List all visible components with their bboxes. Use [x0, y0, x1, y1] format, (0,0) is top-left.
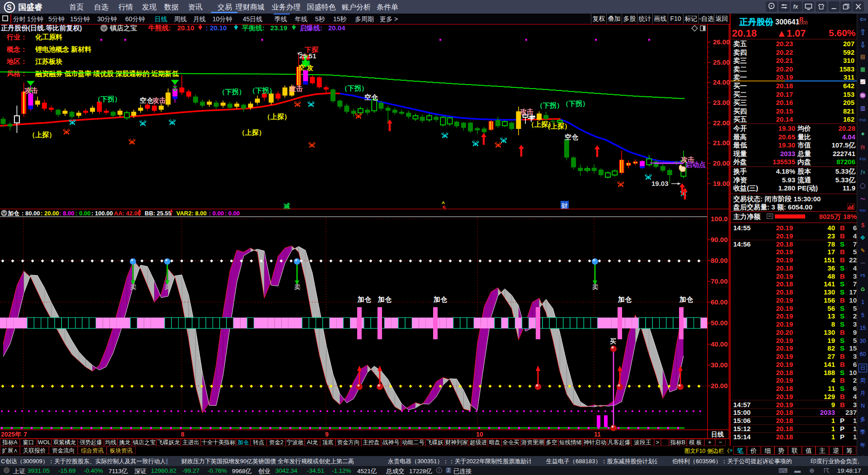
svg-text:19.00: 19.00: [713, 180, 730, 187]
svg-text:20.04: 20.04: [328, 24, 345, 32]
svg-text:20.10: 20.10: [177, 24, 194, 32]
svg-text:卖: 卖: [592, 283, 599, 290]
svg-text:VAR2: 8.00: VAR2: 8.00: [176, 210, 207, 217]
svg-text:AA: 42.06: AA: 42.06: [114, 210, 141, 217]
svg-text:锂电池概念 新材料: 锂电池概念 新材料: [35, 45, 91, 53]
svg-text:25.00: 25.00: [713, 58, 730, 66]
svg-text:: 8.00: : 8.00: [59, 210, 74, 217]
svg-text:20.00: 20.00: [713, 159, 730, 167]
svg-text:23.19: 23.19: [270, 24, 288, 32]
svg-text:8: 8: [181, 431, 184, 438]
svg-text:化工原料: 化工原料: [35, 33, 62, 41]
svg-text:100.0: 100.0: [711, 215, 728, 223]
svg-text:加仓: 加仓: [377, 295, 392, 303]
svg-text:23.00: 23.00: [713, 99, 730, 106]
svg-text:地区：: 地区：: [6, 57, 27, 65]
svg-text:2025年: 2025年: [1, 431, 21, 438]
svg-text:40.00: 40.00: [711, 340, 728, 348]
svg-text:（上探）: （上探）: [264, 113, 291, 121]
svg-text:空仓: 空仓: [140, 96, 154, 104]
svg-text:26.00: 26.00: [713, 38, 730, 46]
svg-text:21.00: 21.00: [713, 139, 730, 147]
svg-text:22.00: 22.00: [713, 119, 730, 127]
svg-text:9: 9: [325, 431, 329, 438]
svg-text:加仓: 加仓: [433, 295, 448, 303]
svg-text:（下拐）: （下拐）: [562, 100, 589, 108]
svg-text:加仓: 加仓: [618, 295, 632, 303]
svg-text:19.03: 19.03: [651, 180, 669, 187]
svg-text:攻击: 攻击: [519, 108, 533, 115]
svg-text:平衡线:: 平衡线:: [242, 24, 264, 32]
svg-text:空仓: 空仓: [565, 133, 579, 141]
svg-text:加仓: 加仓: [679, 295, 693, 303]
svg-text:启爆线:: 启爆线:: [299, 24, 322, 32]
svg-text:概念：: 概念：: [6, 45, 27, 53]
svg-text:60.00: 60.00: [711, 298, 728, 306]
svg-text:90.00: 90.00: [711, 236, 728, 243]
svg-text:: 0.00: : 0.00: [225, 210, 240, 217]
svg-text:空仓: 空仓: [364, 93, 378, 101]
svg-text:攻击: 攻击: [24, 86, 38, 94]
svg-text:10: 10: [476, 431, 483, 438]
svg-text:攻击: 攻击: [152, 96, 166, 104]
svg-text:（上探）: （上探）: [28, 131, 56, 139]
svg-text:攻: 攻: [307, 64, 314, 71]
svg-text:7: 7: [24, 431, 27, 438]
svg-text:正丹股份(日线.等比前复权): 正丹股份(日线.等比前复权): [1, 24, 82, 32]
svg-text:（下拐）: （下拐）: [536, 101, 563, 109]
svg-text:攻击: 攻击: [289, 85, 303, 92]
svg-text:启动点: 启动点: [685, 161, 706, 169]
svg-text:^: ^: [442, 200, 445, 207]
svg-text:: 20.10: : 20.10: [206, 24, 227, 32]
svg-text:镇店之宝: 镇店之宝: [109, 24, 137, 32]
svg-text:卖: 卖: [130, 283, 137, 290]
svg-text:江苏板块: 江苏板块: [35, 57, 62, 65]
svg-text:（下拐）: （下拐）: [341, 84, 368, 92]
svg-text:财: 财: [561, 202, 568, 209]
svg-text:卖: 卖: [164, 283, 171, 290]
svg-text:20.00: 20.00: [711, 382, 728, 390]
svg-text:（下拐）: （下拐）: [94, 95, 121, 103]
svg-text:: 100.00: : 100.00: [91, 210, 113, 217]
svg-text:日线: 日线: [711, 431, 724, 438]
svg-text:24.00: 24.00: [713, 78, 730, 86]
svg-text:: 0.00: : 0.00: [75, 210, 90, 217]
svg-text:卖: 卖: [294, 283, 301, 290]
svg-text:风格：: 风格：: [6, 70, 27, 77]
svg-text:80.00: 80.00: [711, 256, 728, 264]
svg-text:30.00: 30.00: [711, 361, 728, 369]
svg-text:加仓: 加仓: [7, 210, 19, 217]
svg-text:（下拐）: （下拐）: [218, 88, 245, 96]
svg-text:牛熊线:: 牛熊线:: [148, 24, 171, 32]
svg-text:加仓: 加仓: [357, 295, 372, 303]
svg-text:（上探）: （上探）: [544, 122, 571, 130]
svg-text:行业：: 行业：: [6, 33, 27, 41]
svg-text:（上探）: （上探）: [238, 128, 265, 137]
svg-text:50.00: 50.00: [711, 319, 728, 327]
svg-text:70.00: 70.00: [711, 277, 728, 285]
svg-text:（下拐）: （下拐）: [249, 86, 276, 95]
svg-text:fx: fx: [793, 4, 799, 10]
svg-text:: 0.00: : 0.00: [209, 210, 224, 217]
svg-text:买: 买: [610, 337, 616, 345]
svg-text:BB: 25.55: BB: 25.55: [145, 210, 171, 217]
svg-text:: 20.00: : 20.00: [41, 210, 59, 217]
svg-text:: 80.00: : 80.00: [22, 210, 40, 217]
svg-text:11: 11: [594, 431, 601, 438]
svg-text:空: 空: [299, 64, 305, 71]
